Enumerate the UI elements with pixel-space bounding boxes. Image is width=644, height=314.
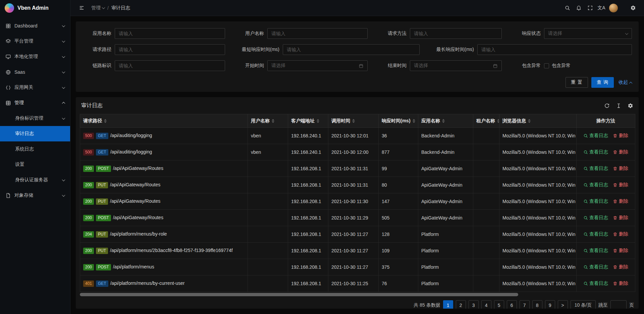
- page-button-8[interactable]: 8: [532, 300, 542, 309]
- delete-button[interactable]: 删除: [613, 133, 628, 139]
- delete-button[interactable]: 删除: [613, 198, 628, 204]
- request-path-input[interactable]: [119, 47, 221, 52]
- column-settings-icon[interactable]: [628, 103, 633, 109]
- query-button[interactable]: 查 询: [591, 77, 614, 88]
- locale-icon[interactable]: 文A: [596, 2, 607, 14]
- next-page-button[interactable]: >: [558, 300, 568, 309]
- notification-icon[interactable]: [573, 2, 584, 14]
- breadcrumb-item-admin[interactable]: 管理: [91, 5, 105, 11]
- sidebar-item-audit-logs[interactable]: 审计日志: [0, 126, 70, 141]
- view-log-button[interactable]: 查看日志: [583, 166, 608, 172]
- sidebar-item-identity-server[interactable]: 身份认证服务器: [0, 172, 70, 188]
- sidebar-item-gateway[interactable]: 应用网关: [0, 80, 70, 95]
- sidebar-item-identity[interactable]: 身份标识管理: [0, 111, 70, 126]
- response-status-select[interactable]: 请选择: [544, 28, 632, 39]
- sort-icons[interactable]: [413, 119, 415, 123]
- row-height-icon[interactable]: [616, 103, 622, 109]
- page-button-1[interactable]: 1: [443, 300, 453, 309]
- logo[interactable]: Vben Admin: [0, 0, 70, 16]
- column-header-user[interactable]: 用户名称: [248, 114, 288, 128]
- column-header-path[interactable]: 请求路径: [80, 114, 248, 128]
- collapse-link[interactable]: 收起: [619, 79, 632, 85]
- avatar[interactable]: [609, 4, 618, 12]
- cell-time: 2021-10-30 11:25: [328, 275, 379, 292]
- settings-icon[interactable]: [627, 2, 639, 14]
- view-log-button[interactable]: 查看日志: [583, 182, 608, 188]
- sidebar-item-object-storage[interactable]: 对象存储: [0, 188, 70, 203]
- view-log-button[interactable]: 查看日志: [583, 264, 608, 270]
- delete-button[interactable]: 删除: [613, 182, 628, 188]
- sort-desc-icon: [104, 121, 107, 123]
- view-log-button[interactable]: 查看日志: [583, 280, 608, 287]
- status-code-badge: 200: [83, 198, 94, 205]
- jump-page-input[interactable]: [610, 300, 627, 309]
- view-log-button[interactable]: 查看日志: [583, 133, 608, 139]
- search-icon[interactable]: [561, 2, 573, 14]
- localization-icon: [5, 54, 11, 60]
- page-button-2[interactable]: 2: [456, 300, 466, 309]
- page-button-5[interactable]: 5: [494, 300, 504, 309]
- sort-icons[interactable]: [272, 119, 274, 123]
- gateway-icon: [5, 85, 11, 90]
- sidebar-item-label: 审计日志: [15, 131, 65, 137]
- sort-icons[interactable]: [497, 119, 499, 123]
- user-name-input[interactable]: [271, 31, 364, 36]
- sidebar-item-settings[interactable]: 设置: [0, 157, 70, 172]
- view-log-button[interactable]: 查看日志: [583, 198, 608, 204]
- sort-icons[interactable]: [104, 119, 107, 123]
- delete-button[interactable]: 删除: [613, 215, 628, 221]
- column-header-time[interactable]: 调用时间: [328, 114, 379, 128]
- view-log-button[interactable]: 查看日志: [583, 231, 608, 237]
- refresh-icon[interactable]: [604, 103, 610, 109]
- cell-browser: Mozilla/5.0 (Windows NT 10.0; Win: [499, 128, 577, 144]
- sidebar-item-saas[interactable]: Saas: [0, 64, 70, 80]
- sidebar-item-dashboard[interactable]: Dashboard: [0, 18, 70, 34]
- end-time-picker[interactable]: 请选择: [410, 60, 502, 71]
- fullscreen-icon[interactable]: [584, 2, 596, 14]
- sidebar-item-platform[interactable]: 平台管理: [0, 34, 70, 49]
- delete-button[interactable]: 删除: [613, 264, 628, 270]
- reset-button[interactable]: 重 置: [566, 77, 588, 88]
- request-path: /api/platform/menus/by-role: [110, 231, 167, 237]
- field-label: 开始时间: [235, 63, 267, 69]
- sort-icons[interactable]: [352, 119, 355, 123]
- max-response-time-input[interactable]: [481, 47, 628, 52]
- sort-icons[interactable]: [442, 119, 445, 123]
- page-size-select[interactable]: 10 条/页: [571, 300, 596, 309]
- delete-button[interactable]: 删除: [613, 231, 628, 237]
- delete-button[interactable]: 删除: [613, 280, 628, 287]
- page-button-6[interactable]: 6: [507, 300, 517, 309]
- delete-button[interactable]: 删除: [613, 248, 628, 254]
- sidebar-item-admin[interactable]: 管理: [0, 95, 70, 111]
- cell-elapsed: 505: [379, 210, 418, 226]
- column-header-client[interactable]: 客户端地址: [288, 114, 328, 128]
- page-button-9[interactable]: 9: [545, 300, 555, 309]
- delete-button[interactable]: 删除: [613, 166, 628, 172]
- view-log-button[interactable]: 查看日志: [583, 149, 608, 155]
- view-log-button[interactable]: 查看日志: [583, 248, 608, 254]
- app-name-input[interactable]: [119, 31, 221, 36]
- column-label: 租户名称: [476, 118, 495, 124]
- column-header-app[interactable]: 应用名称: [418, 114, 473, 128]
- start-time-picker[interactable]: 请选择: [267, 60, 368, 71]
- page-button-7[interactable]: 7: [520, 300, 530, 309]
- sort-icons[interactable]: [317, 119, 319, 123]
- sidebar-item-system-logs[interactable]: 系统日志: [0, 141, 70, 157]
- trace-id-input[interactable]: [119, 63, 221, 68]
- column-header-elapsed[interactable]: 响应时间(ms): [379, 114, 418, 128]
- view-log-button[interactable]: 查看日志: [583, 215, 608, 221]
- menu-fold-icon[interactable]: [76, 2, 87, 14]
- scrollbar-thumb[interactable]: [80, 293, 518, 296]
- page-button-4[interactable]: 4: [481, 300, 491, 309]
- cell-client: 192.168.208.1: [288, 177, 328, 193]
- sort-icons[interactable]: [528, 119, 531, 123]
- sidebar-item-localization[interactable]: 本地化管理: [0, 49, 70, 64]
- request-method-input[interactable]: [414, 31, 498, 36]
- column-header-browser[interactable]: 浏览器信息: [499, 114, 577, 128]
- delete-button[interactable]: 删除: [613, 149, 628, 155]
- column-header-tenant[interactable]: 租户名称: [473, 114, 499, 128]
- has-exception-checkbox[interactable]: [544, 63, 549, 68]
- status-code-badge: 200: [83, 248, 94, 254]
- min-response-time-input[interactable]: [287, 47, 416, 52]
- page-button-3[interactable]: 3: [469, 300, 479, 309]
